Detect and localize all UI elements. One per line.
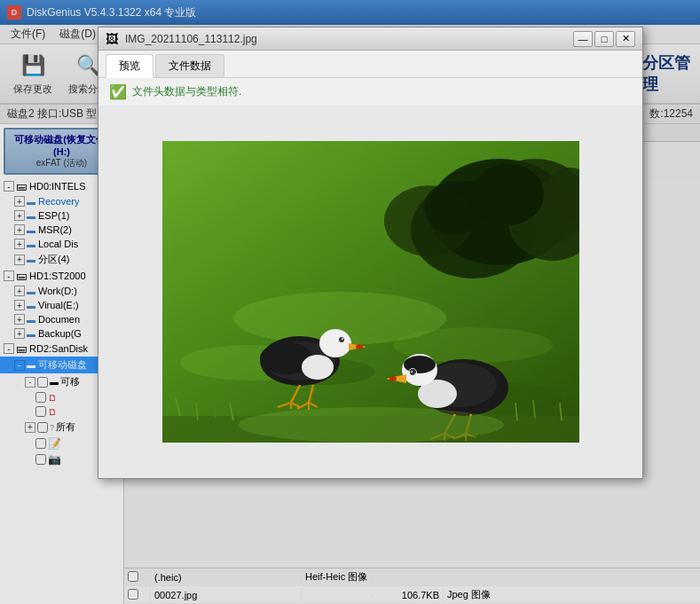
svg-point-20 [342, 338, 343, 340]
tab-preview[interactable]: 预览 [106, 54, 153, 78]
modal-overlay: 🖼 IMG_20211106_113112.jpg — □ ✕ 预览 文件数据 … [0, 0, 700, 604]
modal-title: IMG_20211106_113112.jpg [125, 33, 571, 45]
status-text: 文件头数据与类型相符. [132, 84, 241, 99]
svg-point-35 [404, 356, 436, 373]
modal-status: ✅ 文件头数据与类型相符. [98, 78, 642, 106]
svg-point-18 [319, 329, 351, 357]
modal-image-preview [98, 106, 642, 478]
svg-point-39 [389, 377, 397, 381]
close-button[interactable]: ✕ [616, 31, 635, 47]
minimize-button[interactable]: — [573, 31, 593, 47]
svg-point-57 [238, 407, 504, 443]
maximize-button[interactable]: □ [594, 31, 614, 47]
svg-point-19 [339, 337, 344, 342]
svg-point-37 [411, 371, 413, 373]
check-icon: ✅ [109, 83, 127, 100]
svg-point-8 [424, 181, 486, 234]
svg-point-36 [410, 370, 415, 375]
modal-tabs: 预览 文件数据 [98, 51, 642, 78]
modal-file-icon: 🖼 [106, 32, 120, 46]
image-preview-modal: 🖼 IMG_20211106_113112.jpg — □ ✕ 预览 文件数据 … [98, 27, 643, 479]
preview-image [162, 141, 579, 443]
tab-file-data[interactable]: 文件数据 [155, 54, 224, 77]
svg-point-22 [356, 345, 363, 349]
modal-title-bar[interactable]: 🖼 IMG_20211106_113112.jpg — □ ✕ [98, 27, 642, 51]
svg-point-17 [302, 355, 334, 380]
